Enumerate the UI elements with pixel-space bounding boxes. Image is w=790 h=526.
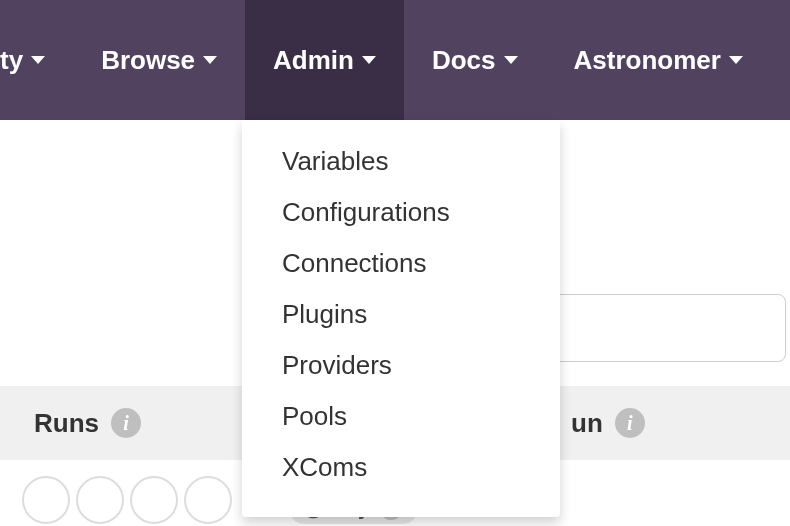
- status-circle[interactable]: [22, 476, 70, 524]
- dropdown-item-label: Variables: [282, 146, 388, 176]
- nav-item-label: Admin: [273, 45, 354, 76]
- dropdown-item-label: Providers: [282, 350, 392, 380]
- chevron-down-icon: [504, 56, 518, 64]
- status-circle[interactable]: [130, 476, 178, 524]
- nav-item-astronomer[interactable]: Astronomer: [546, 0, 771, 120]
- nav-item-label: Docs: [432, 45, 496, 76]
- dropdown-item-label: Plugins: [282, 299, 367, 329]
- nav-item-browse[interactable]: Browse: [73, 0, 245, 120]
- chevron-down-icon: [31, 56, 45, 64]
- nav-item-label: Browse: [101, 45, 195, 76]
- info-icon[interactable]: i: [111, 408, 141, 438]
- dropdown-item-providers[interactable]: Providers: [242, 340, 560, 391]
- dropdown-item-connections[interactable]: Connections: [242, 238, 560, 289]
- dropdown-item-variables[interactable]: Variables: [242, 136, 560, 187]
- status-circles: [22, 476, 232, 524]
- status-circle[interactable]: [184, 476, 232, 524]
- column-header-label: un: [571, 408, 603, 439]
- info-icon[interactable]: i: [615, 408, 645, 438]
- status-circle[interactable]: [76, 476, 124, 524]
- dropdown-item-label: Pools: [282, 401, 347, 431]
- dropdown-item-pools[interactable]: Pools: [242, 391, 560, 442]
- nav-item-label: Astronomer: [574, 45, 721, 76]
- nav-item-partial[interactable]: ty: [0, 0, 73, 120]
- chevron-down-icon: [362, 56, 376, 64]
- column-header-run: un i: [571, 408, 645, 439]
- nav-item-docs[interactable]: Docs: [404, 0, 546, 120]
- chevron-down-icon: [729, 56, 743, 64]
- dropdown-item-plugins[interactable]: Plugins: [242, 289, 560, 340]
- dropdown-item-label: Connections: [282, 248, 427, 278]
- nav-item-admin[interactable]: Admin: [245, 0, 404, 120]
- nav-item-label: ty: [0, 45, 23, 76]
- dropdown-item-label: Configurations: [282, 197, 450, 227]
- dropdown-item-xcoms[interactable]: XComs: [242, 442, 560, 493]
- column-header-runs: Runs i: [34, 408, 141, 439]
- column-header-label: Runs: [34, 408, 99, 439]
- navbar: ty Browse Admin Docs Astronomer: [0, 0, 790, 120]
- dropdown-item-configurations[interactable]: Configurations: [242, 187, 560, 238]
- chevron-down-icon: [203, 56, 217, 64]
- dropdown-item-label: XComs: [282, 452, 367, 482]
- admin-dropdown: Variables Configurations Connections Plu…: [242, 120, 560, 517]
